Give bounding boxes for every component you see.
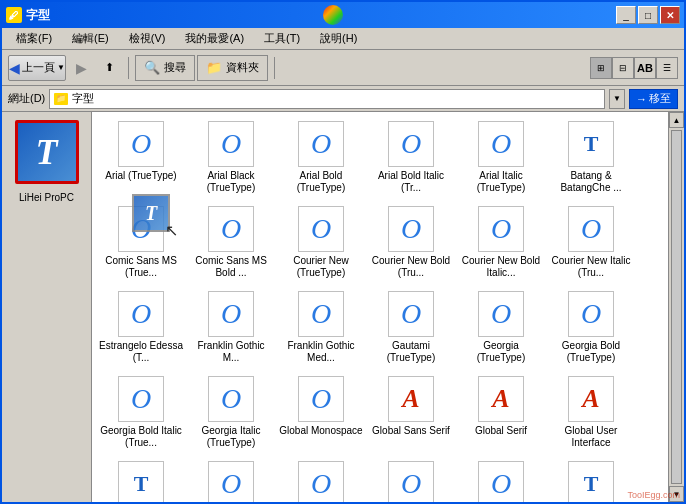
font-icon: A (388, 376, 434, 422)
font-name: Franklin Gothic Med... (279, 340, 363, 364)
up-arrow-icon: ⬆ (105, 61, 114, 74)
font-icon: O (208, 121, 254, 167)
font-icon: A (478, 376, 524, 422)
font-item[interactable]: O Comic Sans MS (True... (96, 201, 186, 286)
search-icon: 🔍 (144, 60, 160, 75)
up-button[interactable]: ⬆ (96, 54, 122, 82)
font-name: Global Serif (475, 425, 527, 437)
menu-help[interactable]: 說明(H) (312, 29, 365, 48)
font-item[interactable]: O Arial Black (TrueType) (186, 116, 276, 201)
font-name: Courier New Bold Italic... (459, 255, 543, 279)
font-icon: O (208, 291, 254, 337)
font-item[interactable]: A Global Serif (456, 371, 546, 456)
address-input[interactable]: 📁 字型 (49, 89, 605, 109)
font-name: Comic Sans MS (True... (99, 255, 183, 279)
toolbar-separator-2 (274, 57, 275, 79)
font-item[interactable]: O Courier New Bold Italic... (456, 201, 546, 286)
selected-font-name: LiHei ProPC (19, 192, 74, 203)
font-item[interactable]: O Arial Italic (TrueType) (456, 116, 546, 201)
watermark: TooIEgg.com (627, 490, 680, 500)
forward-arrow-icon: ▶ (76, 60, 87, 76)
close-button[interactable]: ✕ (660, 6, 680, 24)
font-icon: O (118, 291, 164, 337)
font-icon: T (568, 121, 614, 167)
scrollbar-thumb[interactable] (671, 130, 682, 484)
menu-view[interactable]: 檢視(V) (121, 29, 174, 48)
font-name: Franklin Gothic M... (189, 340, 273, 364)
font-item[interactable]: O Franklin Gothic Med... (276, 286, 366, 371)
font-item[interactable]: O Georgia Bold (TrueType) (546, 286, 636, 371)
font-name: Courier New Bold (Tru... (369, 255, 453, 279)
font-item[interactable]: O Georgia (TrueType) (456, 286, 546, 371)
font-item[interactable]: O Gautami (TrueType) (366, 286, 456, 371)
forward-button[interactable]: ▶ (68, 54, 94, 82)
view-list-button[interactable]: ☰ (656, 57, 678, 79)
font-item[interactable]: O Arial Bold (TrueType) (276, 116, 366, 201)
font-icon: O (118, 206, 164, 252)
font-item[interactable]: O Georgia Italic (TrueType) (186, 371, 276, 456)
font-item[interactable]: O Impact (TrueType) (186, 456, 276, 502)
font-item[interactable]: O Latha (TrueType) (366, 456, 456, 502)
font-item[interactable]: O Courier New Italic (Tru... (546, 201, 636, 286)
font-icon: A (568, 376, 614, 422)
menu-file[interactable]: 檔案(F) (8, 29, 60, 48)
font-icon: O (478, 206, 524, 252)
go-arrow-icon: → (636, 93, 647, 105)
font-item[interactable]: O Courier New Bold (Tru... (366, 201, 456, 286)
font-icon: O (208, 376, 254, 422)
font-icon: O (478, 291, 524, 337)
address-dropdown-button[interactable]: ▼ (609, 89, 625, 109)
font-item[interactable]: T Batang & BatangChe ... (546, 116, 636, 201)
font-item[interactable]: O Kartika (TrueType) (276, 456, 366, 502)
font-item[interactable]: A Global Sans Serif (366, 371, 456, 456)
address-label: 網址(D) (8, 91, 45, 106)
font-item[interactable]: O Estrangelo Edessa (T... (96, 286, 186, 371)
font-item[interactable]: O Comic Sans MS Bold ... (186, 201, 276, 286)
main-content: T LiHei ProPC O Arial (TrueType) O Arial… (2, 112, 684, 502)
back-button[interactable]: ◀ 上一頁 ▼ (8, 55, 66, 81)
font-icon: O (388, 206, 434, 252)
view-detail-button[interactable]: AB (634, 57, 656, 79)
font-item[interactable]: O Arial Bold Italic (Tr... (366, 116, 456, 201)
font-icon: O (118, 121, 164, 167)
maximize-button[interactable]: □ (638, 6, 658, 24)
font-item[interactable]: O Courier New (TrueType) (276, 201, 366, 286)
scroll-up-button[interactable]: ▲ (669, 112, 684, 128)
font-item[interactable]: O Franklin Gothic M... (186, 286, 276, 371)
view-small-icon-button[interactable]: ⊟ (612, 57, 634, 79)
search-label: 搜尋 (164, 60, 186, 75)
font-item[interactable]: O Global Monospace (276, 371, 366, 456)
font-icon: O (208, 206, 254, 252)
font-name: Estrangelo Edessa (T... (99, 340, 183, 364)
font-name: Georgia Italic (TrueType) (189, 425, 273, 449)
address-text: 字型 (72, 91, 600, 106)
font-icon: O (478, 121, 524, 167)
font-item[interactable]: O Lucida Console (... (456, 456, 546, 502)
addressbar: 網址(D) 📁 字型 ▼ → 移至 (2, 86, 684, 112)
menu-favorites[interactable]: 我的最愛(A) (177, 29, 252, 48)
font-icon: O (568, 291, 614, 337)
font-icon: O (388, 291, 434, 337)
folder-icon: 📁 (206, 60, 222, 75)
folder-button[interactable]: 📁 資料夾 (197, 55, 268, 81)
font-item[interactable]: O Georgia Bold Italic (True... (96, 371, 186, 456)
font-item[interactable]: T Gulim & GulimChe ... (96, 456, 186, 502)
font-icon: O (118, 376, 164, 422)
go-button[interactable]: → 移至 (629, 89, 678, 109)
font-name: Global Monospace (279, 425, 362, 437)
go-label: 移至 (649, 91, 671, 106)
font-item[interactable]: A Global User Interface (546, 371, 636, 456)
font-name: Arial Black (TrueType) (189, 170, 273, 194)
font-name: Courier New (TrueType) (279, 255, 363, 279)
minimize-button[interactable]: _ (616, 6, 636, 24)
search-button[interactable]: 🔍 搜尋 (135, 55, 195, 81)
menu-edit[interactable]: 編輯(E) (64, 29, 117, 48)
font-item[interactable]: O Arial (TrueType) (96, 116, 186, 201)
font-item[interactable]: T Lucida Sans Demibold... (546, 456, 636, 502)
font-icon: O (298, 206, 344, 252)
window-title: 字型 (26, 7, 50, 24)
view-large-icon-button[interactable]: ⊞ (590, 57, 612, 79)
menu-tools[interactable]: 工具(T) (256, 29, 308, 48)
scrollbar[interactable]: ▲ ▼ (668, 112, 684, 502)
back-dropdown-icon: ▼ (57, 63, 65, 72)
